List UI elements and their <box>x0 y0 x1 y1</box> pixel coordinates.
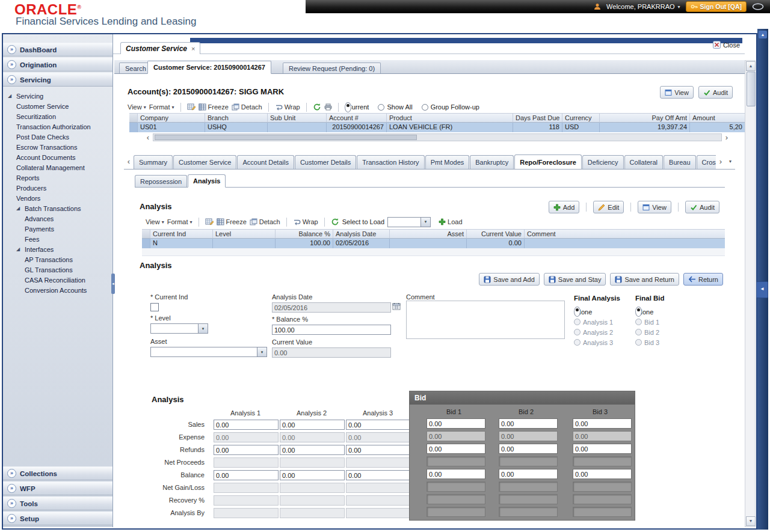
column-header[interactable]: Level <box>213 229 276 239</box>
tree-node-batch-transactions[interactable]: ◢ Batch Transactions <box>8 203 111 213</box>
matrix-field-sales-1[interactable] <box>214 420 279 430</box>
column-header[interactable]: Sub Unit <box>268 113 327 123</box>
print-button[interactable] <box>324 103 332 111</box>
load-button[interactable]: Load <box>439 218 462 225</box>
column-header[interactable]: Days Past Due <box>513 113 562 123</box>
tree-node-producers[interactable]: Producers <box>8 183 111 193</box>
column-header[interactable]: Product <box>387 113 513 123</box>
select-to-load-dropdown[interactable]: ▾ <box>387 217 431 227</box>
tree-node-reports[interactable]: Reports <box>8 173 111 183</box>
tree-node-vendors[interactable]: Vendors <box>8 193 111 203</box>
detach-button[interactable]: Detach <box>232 103 262 111</box>
tab-account-details[interactable]: Account Details <box>237 155 294 169</box>
scroll-up-icon[interactable]: ▲ <box>746 61 756 71</box>
wrap-button[interactable]: Wrap <box>293 218 318 225</box>
final-bid-none[interactable]: None <box>635 307 689 317</box>
tab-customer-details[interactable]: Customer Details <box>295 155 356 169</box>
matrix-field-sales-2[interactable] <box>280 420 345 430</box>
tree-node-collateral-management[interactable]: Collateral Management <box>8 162 111 173</box>
add-button[interactable]: Add <box>549 201 580 213</box>
tree-node-account-documents[interactable]: Account Documents <box>8 152 111 162</box>
sidebar-item-dashboard[interactable]: » DashBoard <box>3 43 112 57</box>
final-bid-2[interactable]: Bid 2 <box>635 327 689 337</box>
welcome-menu[interactable]: Welcome, PRAKRRAO ▾ <box>606 3 680 10</box>
sign-out-button[interactable]: Sign Out [QA] <box>686 1 747 12</box>
matrix-field-refunds-1[interactable] <box>214 445 279 455</box>
column-header[interactable]: Currency <box>562 113 600 123</box>
account-row[interactable]: US01 USHQ 20150900014267 LOAN VEHICLE (F… <box>129 123 745 132</box>
view-menu[interactable]: View▾ <box>128 103 146 111</box>
asset-dropdown[interactable]: ▾ <box>150 347 267 357</box>
analysis-row[interactable]: N 100.00 02/05/2016 0.00 <box>142 239 725 248</box>
tree-node-gl-transactions[interactable]: GL Transactions <box>8 264 111 275</box>
tree-node-transaction-authorization[interactable]: Transaction Authorization <box>8 121 111 132</box>
bid-field-refunds-3[interactable] <box>573 444 632 454</box>
return-button[interactable]: Return <box>683 273 723 286</box>
sidebar-splitter-handle[interactable]: ◄ <box>111 274 115 294</box>
sidebar-item-setup[interactable]: » Setup <box>3 512 112 525</box>
tab-analysis[interactable]: Analysis <box>188 174 226 188</box>
format-menu[interactable]: Format▾ <box>167 218 192 225</box>
tree-node-securitization[interactable]: Securitization <box>8 111 111 121</box>
audit-button[interactable]: Audit <box>685 201 719 213</box>
tabs-scroll-right-icon[interactable]: › <box>716 157 725 165</box>
content-vscrollbar[interactable]: ▲ ▼ <box>745 60 756 527</box>
calendar-icon[interactable] <box>392 302 401 310</box>
column-header[interactable]: Comment <box>525 229 725 239</box>
final-analysis-3[interactable]: Analysis 3 <box>574 337 634 347</box>
filter-radio-group-follow-up[interactable]: Group Follow-up <box>422 103 485 111</box>
final-analysis-2[interactable]: Analysis 2 <box>574 327 634 337</box>
tree-node-conversion-accounts[interactable]: Conversion Accounts <box>8 285 111 295</box>
tab-bureau[interactable]: Bureau <box>664 155 695 169</box>
tab-pmt-modes[interactable]: Pmt Modes <box>425 155 470 169</box>
filter-radio-current[interactable]: Current <box>345 103 375 111</box>
comment-field[interactable] <box>406 301 565 339</box>
tab-customer-service[interactable]: Customer Service <box>173 155 236 169</box>
final-bid-1[interactable]: Bid 1 <box>635 317 689 327</box>
scroll-right-icon[interactable]: › <box>722 133 732 141</box>
tree-node-interfaces[interactable]: ◢ Interfaces <box>8 244 111 254</box>
column-header[interactable]: Branch <box>205 113 268 123</box>
hscroll-thumb[interactable] <box>155 135 417 140</box>
matrix-field-balance-3[interactable] <box>346 470 411 480</box>
column-header[interactable]: Amount <box>690 113 745 123</box>
view-menu[interactable]: View▾ <box>146 218 164 225</box>
column-header[interactable]: Current Value <box>467 229 525 239</box>
matrix-field-balance-2[interactable] <box>280 470 345 480</box>
tree-node-payments[interactable]: Payments <box>8 224 111 234</box>
tree-node-post-date-checks[interactable]: Post Date Checks <box>8 132 111 142</box>
column-header[interactable]: Analysis Date <box>333 229 390 239</box>
vscroll-thumb[interactable] <box>747 72 756 106</box>
refresh-button[interactable] <box>331 218 339 226</box>
export-table-button[interactable] <box>205 218 214 225</box>
scroll-down-icon[interactable]: ▼ <box>746 516 756 526</box>
tab-close-icon[interactable]: × <box>191 45 195 52</box>
tab-summary[interactable]: Summary <box>134 155 173 169</box>
sidebar-item-wfp[interactable]: » WFP <box>3 482 112 495</box>
tabs-overflow-icon[interactable]: ▾ <box>725 157 735 165</box>
save-and-return-button[interactable]: Save and Return <box>610 273 679 286</box>
tree-node-ap-transactions[interactable]: AP Transactions <box>8 254 111 264</box>
final-analysis-none[interactable]: None <box>574 307 634 317</box>
tab-repo-foreclosure[interactable]: Repo/Foreclosure <box>514 154 582 169</box>
bid-field-sales-2[interactable] <box>499 418 558 429</box>
tab-cross-up[interactable]: Cross/Up <box>697 155 716 169</box>
strip-scroll-up-icon[interactable]: ▲ <box>759 31 767 38</box>
window-tab-customer-service[interactable]: Customer Service × <box>120 42 200 54</box>
tree-node-customer-service[interactable]: Customer Service <box>8 101 111 111</box>
freeze-button[interactable]: Freeze <box>199 103 229 111</box>
tab-collateral[interactable]: Collateral <box>624 155 663 169</box>
sidebar-item-origination[interactable]: » Origination <box>3 58 112 72</box>
sidebar-item-collections[interactable]: » Collections <box>3 466 112 480</box>
filter-radio-show-all[interactable]: Show All <box>378 103 418 111</box>
matrix-field-refunds-2[interactable] <box>280 445 345 455</box>
tab-transaction-history[interactable]: Transaction History <box>357 155 424 169</box>
level-dropdown[interactable]: ▾ <box>150 323 208 334</box>
export-table-button[interactable] <box>187 103 196 111</box>
matrix-field-balance-1[interactable] <box>214 470 279 480</box>
column-header[interactable]: Current Ind <box>150 229 213 239</box>
column-header[interactable]: Pay Off Amt <box>600 113 690 123</box>
current-ind-checkbox[interactable] <box>150 303 159 311</box>
sidebar-item-servicing[interactable]: » Servicing <box>3 73 112 87</box>
refresh-button[interactable] <box>313 103 321 111</box>
